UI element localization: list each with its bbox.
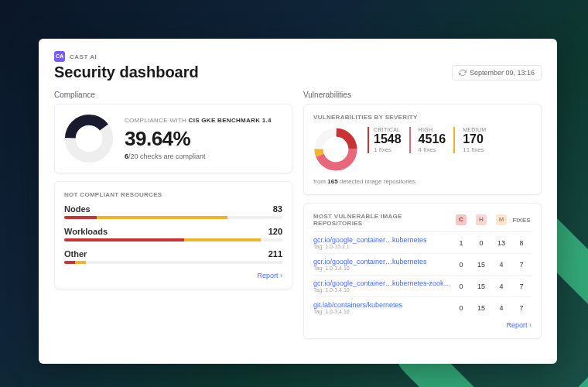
cell-value: 7 bbox=[511, 261, 532, 269]
resource-bar bbox=[64, 261, 282, 264]
repo-name[interactable]: git.lab/containers/kubernetes bbox=[313, 301, 451, 309]
vulnerabilities-column: Vulnerabilities VULNERABILITIES BY SEVER… bbox=[303, 91, 542, 347]
severity-donut-icon bbox=[313, 127, 358, 172]
repo-name[interactable]: gcr.io/google_container…kubernetes bbox=[313, 258, 451, 265]
repo-tag: Tag: 1.0-15.2.1 bbox=[313, 244, 451, 249]
severity-badge: M bbox=[496, 214, 507, 225]
page-title: Security dashboard bbox=[54, 63, 199, 81]
fixes-column-header: FIXES bbox=[511, 217, 532, 224]
severity-fixes: 11 fixes bbox=[463, 146, 486, 153]
table-row[interactable]: gcr.io/google_container…kubernetes-zooke… bbox=[313, 275, 532, 296]
repo-name[interactable]: gcr.io/google_container…kubernetes bbox=[313, 236, 451, 244]
cell-value: 0 bbox=[451, 304, 471, 312]
cell-value: 4 bbox=[491, 261, 511, 269]
cell-value: 15 bbox=[471, 304, 491, 312]
table-heading: MOST VULNERABLE IMAGE REPOSITORIES bbox=[313, 213, 451, 227]
cell-value: 15 bbox=[471, 261, 491, 269]
severity-label: HIGH bbox=[419, 127, 446, 132]
compliance-section-label: Compliance bbox=[54, 91, 292, 99]
resource-row: Workloads120 bbox=[64, 227, 282, 241]
resource-row: Other211 bbox=[64, 249, 282, 264]
refresh-icon bbox=[459, 69, 467, 77]
severity-badge: H bbox=[476, 214, 487, 225]
vulnerabilities-section-label: Vulnerabilities bbox=[303, 91, 542, 99]
resource-name: Nodes bbox=[64, 204, 91, 214]
cell-value: 15 bbox=[471, 283, 491, 290]
severity-stat: HIGH45164 fixes bbox=[409, 127, 454, 153]
compliance-percent: 39.64% bbox=[125, 127, 272, 151]
compliance-donut-icon bbox=[64, 114, 114, 163]
vulnerabilities-report-link[interactable]: Report › bbox=[313, 321, 532, 329]
resource-value: 83 bbox=[273, 204, 282, 214]
brand-logo: CA bbox=[54, 51, 65, 62]
timestamp-text: September 09, 13:16 bbox=[470, 69, 535, 77]
compliance-score-card: COMPLIANCE WITH CIS GKE BENCHMARK 1.4 39… bbox=[54, 104, 292, 173]
severity-count: 1548 bbox=[374, 132, 402, 146]
severity-stat: MEDIUM17011 fixes bbox=[453, 127, 494, 153]
cell-value: 4 bbox=[491, 304, 511, 312]
resource-name: Other bbox=[64, 249, 87, 259]
vulnerabilities-severity-card: VULNERABILITIES BY SEVERITY CRITICAL1548… bbox=[303, 104, 542, 195]
cell-value: 0 bbox=[471, 239, 491, 247]
cell-value: 0 bbox=[451, 261, 471, 269]
cell-value: 13 bbox=[491, 239, 511, 247]
table-row[interactable]: git.lab/containers/kubernetesTag: 1.0-3.… bbox=[313, 296, 532, 318]
severity-label: CRITICAL bbox=[374, 127, 402, 132]
noncompliant-heading: NOT COMPLIANT RESOURCES bbox=[64, 191, 282, 198]
compliance-heading: COMPLIANCE WITH CIS GKE BENCHMARK 1.4 bbox=[125, 117, 272, 124]
vulnerabilities-note: from 165 detected image repositories bbox=[313, 178, 532, 185]
vulnerabilities-heading: VULNERABILITIES BY SEVERITY bbox=[313, 114, 532, 121]
severity-badge: C bbox=[456, 214, 467, 225]
resource-name: Workloads bbox=[64, 227, 108, 236]
cell-value: 0 bbox=[451, 283, 471, 290]
cell-value: 4 bbox=[491, 283, 511, 290]
cell-value: 7 bbox=[511, 283, 532, 290]
cell-value: 7 bbox=[511, 304, 532, 312]
compliance-column: Compliance COMPLIANCE WITH CIS GKE BENCH… bbox=[54, 91, 292, 347]
noncompliant-resources-card: NOT COMPLIANT RESOURCES Nodes83Workloads… bbox=[54, 181, 292, 289]
severity-count: 4516 bbox=[419, 132, 446, 146]
vulnerable-repos-card: MOST VULNERABLE IMAGE REPOSITORIES CHM F… bbox=[303, 203, 542, 339]
brand-name: CAST AI bbox=[70, 53, 97, 60]
table-row[interactable]: gcr.io/google_container…kubernetesTag: 1… bbox=[313, 231, 532, 253]
compliance-report-link[interactable]: Report › bbox=[64, 272, 282, 279]
resource-value: 120 bbox=[268, 227, 282, 236]
severity-fixes: 1 fixes bbox=[374, 146, 402, 153]
repo-tag: Tag: 1.0-3.4.10 bbox=[313, 265, 451, 271]
severity-label: MEDIUM bbox=[463, 127, 486, 132]
resource-bar bbox=[64, 238, 282, 241]
severity-fixes: 4 fixes bbox=[419, 146, 446, 153]
repo-tag: Tag: 1.0-3.4.10 bbox=[313, 309, 451, 314]
cell-value: 8 bbox=[511, 239, 532, 247]
resource-row: Nodes83 bbox=[64, 204, 282, 219]
resource-bar bbox=[64, 216, 282, 219]
resource-value: 211 bbox=[268, 249, 282, 259]
repo-tag: Tag: 1.0-3.4.10 bbox=[313, 287, 451, 293]
dashboard-panel: CA CAST AI Security dashboard September … bbox=[39, 39, 557, 364]
severity-count: 170 bbox=[463, 132, 486, 146]
cell-value: 1 bbox=[451, 239, 471, 247]
compliance-checks: 6/20 checks are compliant bbox=[125, 152, 272, 160]
repo-name[interactable]: gcr.io/google_container…kubernetes-zooke… bbox=[313, 279, 451, 287]
table-row[interactable]: gcr.io/google_container…kubernetesTag: 1… bbox=[313, 253, 532, 275]
refresh-timestamp[interactable]: September 09, 13:16 bbox=[452, 65, 542, 80]
severity-stat: CRITICAL15481 fixes bbox=[368, 127, 409, 153]
